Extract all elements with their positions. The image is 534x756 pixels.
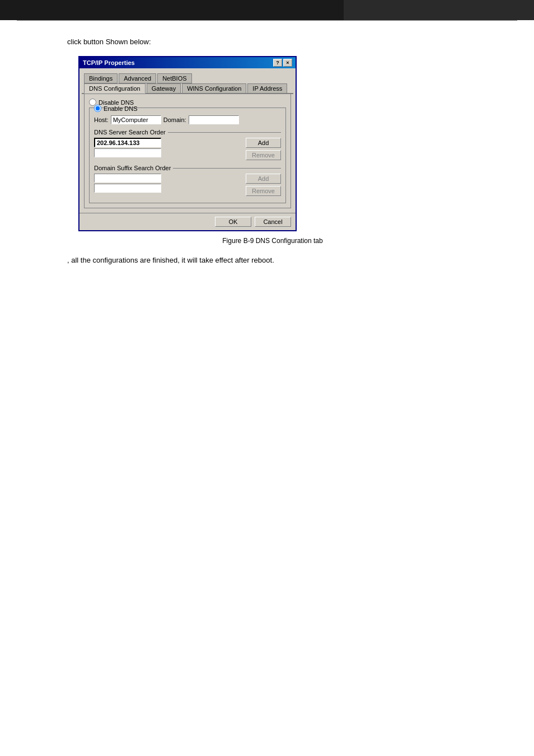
domain-label: Domain: [163, 116, 186, 123]
dialog-titlebar: TCP/IP Properties ? × [79, 57, 296, 68]
tab-gateway[interactable]: Gateway [147, 83, 181, 94]
dns-server-entry-2[interactable] [94, 148, 161, 157]
domain-suffix-area: Add Remove [94, 174, 281, 196]
dns-remove-button[interactable]: Remove [246, 150, 281, 160]
dns-add-button[interactable]: Add [246, 138, 281, 148]
main-content: click button Shown below: TCP/IP Propert… [0, 21, 534, 281]
figure-caption: Figure B-9 DNS Configuration tab [78, 237, 467, 245]
instruction-text: click button Shown below: [67, 38, 467, 46]
dns-server-section-label: DNS Server Search Order [94, 129, 281, 136]
close-button[interactable]: × [283, 59, 292, 67]
tab-advanced[interactable]: Advanced [119, 73, 156, 83]
dns-server-area: Add Remove [94, 138, 281, 160]
host-input[interactable] [111, 115, 161, 124]
dns-server-entry-1[interactable] [94, 138, 161, 147]
suffix-remove-button[interactable]: Remove [246, 186, 281, 196]
dns-server-buttons: Add Remove [246, 138, 281, 160]
enable-dns-label: Enable DNS [104, 105, 138, 112]
tab-dns-configuration[interactable]: DNS Configuration [84, 83, 146, 94]
titlebar-buttons: ? × [273, 59, 292, 67]
dialog-footer: OK Cancel [79, 213, 296, 230]
ok-button[interactable]: OK [215, 217, 251, 227]
top-bar-inner [344, 0, 534, 20]
top-bar [0, 0, 534, 20]
tcpip-dialog: TCP/IP Properties ? × Bindings Advanced … [78, 56, 297, 231]
enable-dns-group: Enable DNS Host: Domain: DNS Server Sear… [89, 108, 286, 203]
tabs-row-1: Bindings Advanced NetBIOS [82, 71, 293, 83]
enable-dns-radio[interactable] [94, 105, 101, 112]
tab-wins-configuration[interactable]: WINS Configuration [182, 83, 246, 94]
help-button[interactable]: ? [273, 59, 282, 67]
tab-ip-address[interactable]: IP Address [247, 83, 287, 94]
suffix-add-button[interactable]: Add [246, 174, 281, 184]
tabs-row-2: DNS Configuration Gateway WINS Configura… [82, 83, 293, 94]
tab-netbios[interactable]: NetBIOS [157, 73, 191, 83]
bottom-text: , all the configurations are finished, i… [67, 256, 467, 264]
cancel-button[interactable]: Cancel [255, 217, 291, 227]
host-domain-row: Host: Domain: [94, 115, 281, 124]
enable-dns-radio-row: Enable DNS [94, 105, 281, 112]
domain-suffix-section-label: Domain Suffix Search Order [94, 165, 281, 171]
tab-content-dns: Disable DNS Enable DNS Host: Domain: [84, 94, 291, 208]
tab-bindings[interactable]: Bindings [84, 73, 118, 83]
suffix-entry-2[interactable] [94, 184, 161, 193]
domain-suffix-list [94, 174, 242, 196]
suffix-entry-1[interactable] [94, 174, 161, 183]
domain-input[interactable] [189, 115, 239, 124]
dialog-title: TCP/IP Properties [83, 59, 135, 66]
host-label: Host: [94, 116, 109, 123]
domain-suffix-buttons: Add Remove [246, 174, 281, 196]
dialog-body: Bindings Advanced NetBIOS DNS Configurat… [79, 68, 296, 213]
dns-server-list [94, 138, 242, 160]
